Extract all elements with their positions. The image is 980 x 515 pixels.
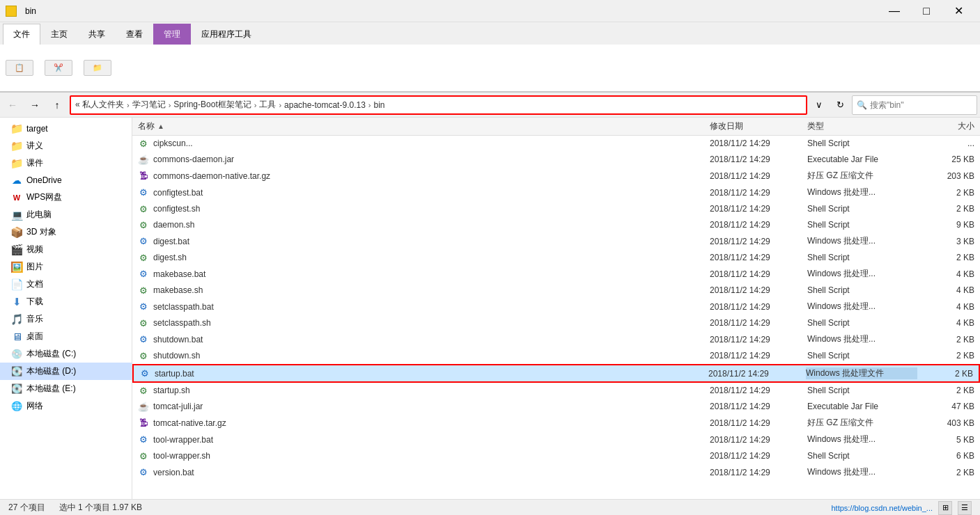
sidebar-item-pc[interactable]: 💻 此电脑 [0, 206, 132, 223]
sidebar-item-drive-d[interactable]: 💽 本地磁盘 (D:) [0, 363, 132, 380]
forward-button[interactable]: → [25, 95, 45, 115]
sidebar-item-kejian[interactable]: 📁 课件 [0, 154, 132, 172]
back-button[interactable]: ← [3, 95, 22, 115]
sidebar-item-drive-e[interactable]: 💽 本地磁盘 (E:) [0, 380, 132, 397]
sidebar-label-network: 网络 [26, 400, 43, 412]
table-row[interactable]: ⚙ digest.bat 2018/11/2 14:29 Windows 批处理… [132, 233, 980, 250]
col-type-header[interactable]: 类型 [807, 120, 919, 132]
table-row[interactable]: ☕ commons-daemon.jar 2018/11/2 14:29 Exe… [132, 152, 980, 168]
file-type-icon: 🗜 [138, 418, 149, 429]
file-date-cell: 2018/11/2 14:29 [710, 220, 807, 230]
sidebar-item-music[interactable]: 🎵 音乐 [0, 310, 132, 328]
file-type-cell: 好压 GZ 压缩文件 [807, 417, 919, 429]
refresh-button[interactable]: ↻ [831, 96, 849, 114]
table-row[interactable]: ⚙ tool-wrapper.bat 2018/11/2 14:29 Windo… [132, 431, 980, 448]
table-row[interactable]: ⚙ shutdown.sh 2018/11/2 14:29 Shell Scri… [132, 348, 980, 364]
sidebar-item-3d[interactable]: 📦 3D 对象 [0, 223, 132, 241]
file-type-cell: Executable Jar File [807, 402, 919, 411]
tab-app-tools[interactable]: 应用程序工具 [191, 24, 262, 45]
ribbon-btn-2[interactable]: ✂️ [45, 60, 72, 76]
status-link[interactable]: https://blog.csdn.net/webin_... [831, 504, 933, 512]
file-name-text: setclasspath.bat [153, 302, 214, 312]
sidebar-item-picture[interactable]: 🖼️ 图片 [0, 258, 132, 276]
minimize-button[interactable]: — [878, 0, 910, 22]
sidebar-label-drive-d: 本地磁盘 (D:) [26, 365, 76, 377]
file-name-text: daemon.sh [153, 220, 194, 230]
music-icon: 🎵 [11, 314, 22, 325]
ribbon-btn-3[interactable]: 📁 [84, 60, 111, 76]
folder-icon: 📁 [11, 141, 22, 152]
file-date-cell: 2018/11/2 14:29 [708, 369, 806, 379]
view-grid-button[interactable]: ⊞ [938, 501, 952, 515]
file-type-cell: Executable Jar File [807, 154, 919, 164]
table-row[interactable]: ⚙ shutdown.bat 2018/11/2 14:29 Windows 批… [132, 331, 980, 348]
col-name-header[interactable]: 名称 ▲ [138, 120, 710, 132]
file-type-icon: ⚙ [138, 350, 149, 361]
table-row[interactable]: ⚙ setclasspath.bat 2018/11/2 14:29 Windo… [132, 299, 980, 315]
table-row[interactable]: ⚙ makebase.sh 2018/11/2 14:29 Shell Scri… [132, 283, 980, 299]
sidebar-item-jiangyi[interactable]: 📁 讲义 [0, 137, 132, 154]
sidebar-item-onedrive[interactable]: ☁ OneDrive [0, 172, 132, 189]
table-row[interactable]: ⚙ startup.bat 2018/11/2 14:29 Windows 批处… [132, 364, 980, 383]
file-name-text: configtest.bat [153, 188, 203, 198]
title-text: bin [25, 6, 36, 16]
tab-manage[interactable]: 管理 [153, 24, 191, 45]
table-row[interactable]: ⚙ startup.sh 2018/11/2 14:29 Shell Scrip… [132, 383, 980, 399]
table-row[interactable]: ⚙ configtest.bat 2018/11/2 14:29 Windows… [132, 184, 980, 201]
table-row[interactable]: ⚙ daemon.sh 2018/11/2 14:29 Shell Script… [132, 217, 980, 233]
address-bar[interactable]: « 私人文件夹 › 学习笔记 › Spring-Boot框架笔记 › 工具 › … [70, 95, 807, 115]
up-button[interactable]: ↑ [47, 95, 67, 115]
table-row[interactable]: ⚙ digest.sh 2018/11/2 14:29 Shell Script… [132, 250, 980, 266]
table-row[interactable]: ☕ tomcat-juli.jar 2018/11/2 14:29 Execut… [132, 399, 980, 415]
folder-icon: 📁 [11, 158, 22, 169]
file-type-cell: Windows 批处理... [807, 268, 919, 280]
status-count: 27 个项目 [8, 502, 45, 514]
table-row[interactable]: ⚙ setclasspath.sh 2018/11/2 14:29 Shell … [132, 315, 980, 331]
file-size-cell: 2 KB [919, 386, 974, 395]
table-row[interactable]: 🗜 tomcat-native.tar.gz 2018/11/2 14:29 好… [132, 415, 980, 431]
col-date-header[interactable]: 修改日期 [710, 120, 807, 132]
file-date-cell: 2018/11/2 14:29 [710, 204, 807, 214]
sidebar-item-desktop[interactable]: 🖥 桌面 [0, 328, 132, 345]
file-name-cell: ⚙ cipkscun... [138, 138, 710, 149]
file-type-cell: Shell Script [807, 351, 919, 360]
search-bar[interactable]: 🔍 [852, 95, 977, 115]
table-row[interactable]: ⚙ cipkscun... 2018/11/2 14:29 Shell Scri… [132, 136, 980, 152]
sidebar-item-network[interactable]: 🌐 网络 [0, 397, 132, 415]
sidebar-item-video[interactable]: 🎬 视频 [0, 241, 132, 258]
wps-icon: W [11, 192, 22, 203]
address-dropdown-button[interactable]: ∨ [810, 96, 828, 114]
table-row[interactable]: ⚙ tool-wrapper.sh 2018/11/2 14:29 Shell … [132, 448, 980, 464]
search-input[interactable] [870, 100, 972, 110]
view-list-button[interactable]: ☰ [958, 501, 972, 515]
col-size-header[interactable]: 大小 [919, 120, 974, 132]
sidebar-item-download[interactable]: ⬇ 下载 [0, 293, 132, 310]
table-row[interactable]: ⚙ makebase.bat 2018/11/2 14:29 Windows 批… [132, 266, 980, 283]
file-type-icon: ⚙ [138, 385, 149, 396]
file-type-cell: Windows 批处理... [807, 301, 919, 312]
maximize-button[interactable]: □ [910, 0, 942, 22]
sidebar-label-jiangyi: 讲义 [26, 140, 43, 152]
file-name-text: shutdown.sh [153, 351, 200, 360]
file-date-cell: 2018/11/2 14:29 [710, 285, 807, 295]
sidebar-item-wps[interactable]: W WPS网盘 [0, 189, 132, 206]
tab-file[interactable]: 文件 [3, 24, 40, 45]
close-button[interactable]: ✕ [942, 0, 974, 22]
table-row[interactable]: ⚙ configtest.sh 2018/11/2 14:29 Shell Sc… [132, 201, 980, 217]
tab-view[interactable]: 查看 [116, 24, 153, 45]
sidebar-item-drive-c[interactable]: 💿 本地磁盘 (C:) [0, 345, 132, 363]
ribbon-btn-1[interactable]: 📋 [6, 60, 33, 76]
sidebar-item-target[interactable]: 📁 target [0, 120, 132, 137]
file-size-cell: 2 KB [919, 204, 974, 214]
tab-home[interactable]: 主页 [40, 24, 78, 45]
file-type-cell: Shell Script [807, 253, 919, 262]
sidebar-item-doc[interactable]: 📄 文档 [0, 276, 132, 293]
file-size-cell: 9 KB [919, 220, 974, 230]
tab-share[interactable]: 共享 [78, 24, 116, 45]
sidebar-label-drive-e: 本地磁盘 (E:) [26, 383, 76, 395]
title-bar-controls: — □ ✕ [878, 0, 974, 22]
table-row[interactable]: ⚙ version.bat 2018/11/2 14:29 Windows 批处… [132, 464, 980, 481]
file-date-cell: 2018/11/2 14:29 [710, 188, 807, 198]
table-row[interactable]: 🗜 commons-daemon-native.tar.gz 2018/11/2… [132, 168, 980, 184]
file-type-cell: Shell Script [807, 285, 919, 295]
